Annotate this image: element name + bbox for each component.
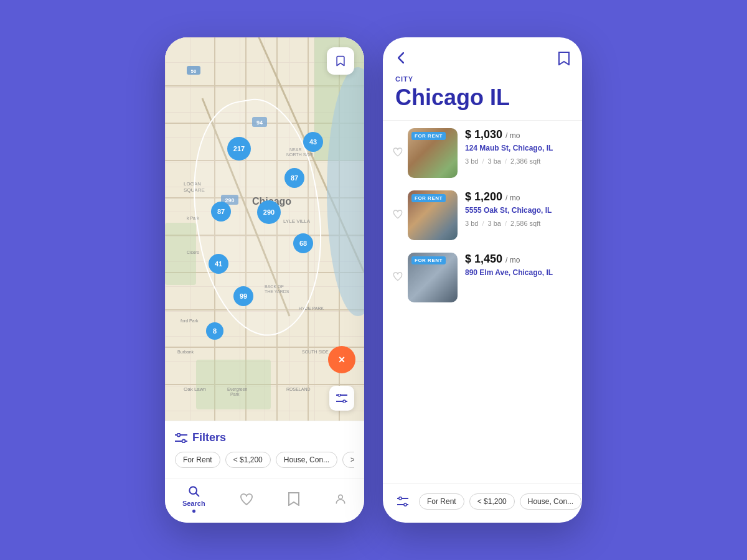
- listings-scroll[interactable]: FOR RENT $ 1,030 / mo 124 Maub St, Chica…: [383, 121, 582, 483]
- listing-2-image[interactable]: FOR RENT: [408, 190, 458, 240]
- listing-2-specs: 3 bd / 3 ba / 2,586 sqft: [465, 220, 570, 227]
- svg-text:Park: Park: [230, 392, 240, 396]
- svg-point-47: [343, 400, 345, 403]
- filter-chip-type[interactable]: House, Con...: [276, 452, 337, 468]
- cluster-pin-8[interactable]: 8: [206, 322, 223, 340]
- listing-1-badge: FOR RENT: [411, 132, 446, 140]
- nav-item-saved[interactable]: [288, 492, 299, 506]
- nav-item-favorites[interactable]: [240, 493, 253, 505]
- left-phone: 290 94 50 LOGAN SQUARE NEAR NORTH SIDE k…: [165, 37, 364, 523]
- cluster-pin-87b[interactable]: 87: [211, 202, 231, 222]
- cluster-pin-68[interactable]: 68: [293, 233, 313, 253]
- filters-header: Filters: [175, 431, 354, 444]
- listing-2-price: $ 1,200 / mo: [465, 190, 570, 203]
- filters-icon: [175, 433, 187, 443]
- nav-search-label: Search: [182, 500, 205, 507]
- svg-point-51: [182, 439, 186, 442]
- listing-2-info: $ 1,200 / mo 5555 Oak St, Chicago, IL 3 …: [465, 190, 570, 227]
- listing-card-3: FOR RENT $ 1,450 / mo 890 Elm Ave, Chica…: [395, 253, 570, 302]
- filters-panel: Filters For Rent < $1,200 House, Con... …: [165, 421, 364, 478]
- map-area: 290 94 50 LOGAN SQUARE NEAR NORTH SIDE k…: [165, 37, 364, 421]
- listing-3-image[interactable]: FOR RENT: [408, 253, 458, 302]
- svg-text:50: 50: [191, 68, 197, 74]
- right-bottom-bar: For Rent < $1,200 House, Con...: [383, 483, 582, 523]
- svg-point-46: [338, 394, 341, 396]
- nav-item-search[interactable]: Search: [182, 485, 205, 513]
- listing-3-heart[interactable]: [393, 271, 403, 284]
- right-filter-icon-button[interactable]: [392, 490, 414, 513]
- bottom-nav: Search: [165, 478, 364, 523]
- close-button[interactable]: ×: [328, 346, 355, 373]
- listing-card-1: FOR RENT $ 1,030 / mo 124 Maub St, Chica…: [395, 128, 570, 178]
- listing-3-price: $ 1,450 / mo: [465, 253, 570, 266]
- right-chip-type[interactable]: House, Con...: [520, 493, 581, 510]
- filters-chips: For Rent < $1,200 House, Con... > 2 B: [175, 452, 354, 468]
- back-button[interactable]: [395, 50, 406, 69]
- right-chip-price[interactable]: < $1,200: [469, 493, 515, 510]
- listing-card-2: FOR RENT $ 1,200 / mo 5555 Oak St, Chica…: [395, 190, 570, 240]
- cluster-pin-43[interactable]: 43: [303, 132, 323, 152]
- listing-2-content: FOR RENT $ 1,200 / mo 5555 Oak St, Chica…: [408, 190, 570, 240]
- listing-1-address: 124 Maub St, Chicago, IL: [465, 144, 570, 152]
- svg-text:Evergreen: Evergreen: [227, 387, 247, 392]
- right-header: [383, 37, 582, 75]
- svg-text:Burbank: Burbank: [177, 350, 194, 354]
- city-name: Chicago IL: [395, 85, 570, 110]
- listing-3-content: FOR RENT $ 1,450 / mo 890 Elm Ave, Chica…: [408, 253, 570, 302]
- listing-1-specs: 3 bd / 3 ba / 2,386 sqft: [465, 157, 570, 165]
- svg-point-50: [177, 433, 181, 436]
- right-chip-rent[interactable]: For Rent: [419, 493, 464, 510]
- cluster-pin-99[interactable]: 99: [233, 286, 253, 306]
- map-bookmark-button[interactable]: [327, 47, 354, 75]
- listing-1-content: FOR RENT $ 1,030 / mo 124 Maub St, Chica…: [408, 128, 570, 178]
- listing-3-badge: FOR RENT: [411, 256, 446, 264]
- svg-text:Cicero: Cicero: [187, 250, 199, 254]
- listing-1-heart[interactable]: [393, 147, 403, 159]
- city-label: CITY: [395, 75, 570, 83]
- nav-item-profile[interactable]: [334, 492, 347, 506]
- listing-1-info: $ 1,030 / mo 124 Maub St, Chicago, IL 3 …: [465, 128, 570, 165]
- cluster-pin-290[interactable]: 290: [257, 200, 281, 224]
- svg-text:ROSELAND: ROSELAND: [286, 387, 311, 391]
- listing-3-address: 890 Elm Ave, Chicago, IL: [465, 268, 570, 277]
- listing-3-info: $ 1,450 / mo 890 Elm Ave, Chicago, IL: [465, 253, 570, 282]
- filter-toggle-button[interactable]: [329, 386, 354, 411]
- filter-chip-rooms[interactable]: > 2 B: [342, 452, 354, 468]
- svg-text:SOUTH SIDE: SOUTH SIDE: [302, 350, 329, 354]
- listing-2-heart[interactable]: [393, 209, 403, 222]
- nav-active-dot: [192, 510, 195, 513]
- svg-text:ford Park: ford Park: [181, 319, 199, 323]
- listing-2-address: 5555 Oak St, Chicago, IL: [465, 206, 570, 215]
- svg-point-58: [404, 503, 406, 506]
- svg-point-57: [399, 497, 402, 500]
- listing-1-price: $ 1,030 / mo: [465, 128, 570, 141]
- cluster-pin-217[interactable]: 217: [227, 137, 251, 161]
- filter-chip-rent[interactable]: For Rent: [175, 452, 220, 468]
- listing-2-badge: FOR RENT: [411, 194, 446, 202]
- svg-line-53: [196, 493, 199, 497]
- filter-chip-price[interactable]: < $1,200: [225, 452, 271, 468]
- right-bookmark-button[interactable]: [558, 52, 570, 68]
- svg-rect-18: [196, 360, 271, 409]
- cluster-pin-87a[interactable]: 87: [284, 168, 304, 188]
- right-phone: CITY Chicago IL FOR RENT $ 1,030 / mo: [383, 37, 582, 523]
- city-section: CITY Chicago IL: [383, 75, 582, 121]
- listing-1-image[interactable]: FOR RENT: [408, 128, 458, 178]
- cluster-pin-41[interactable]: 41: [209, 254, 228, 274]
- filters-title: Filters: [192, 431, 226, 444]
- svg-point-54: [339, 495, 343, 499]
- svg-text:Oak Lawn: Oak Lawn: [184, 386, 206, 392]
